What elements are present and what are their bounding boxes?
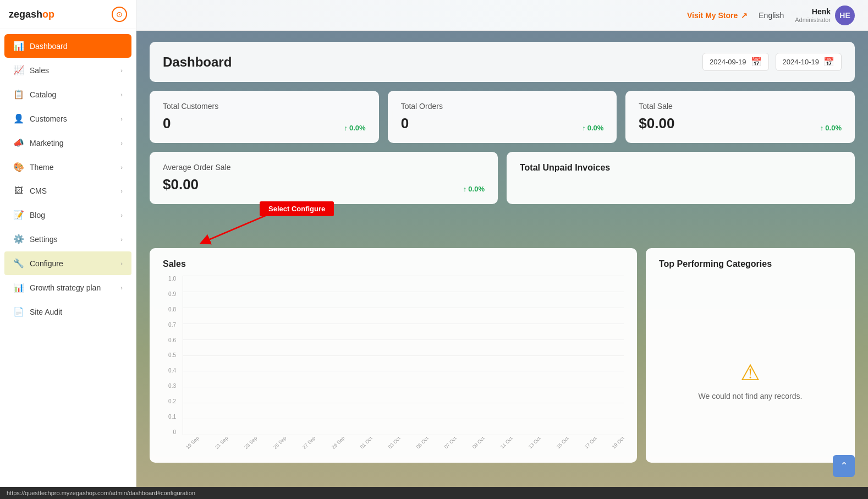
sidebar-item-label: Marketing	[30, 139, 63, 147]
sidebar-item-settings[interactable]: ⚙️ Settings ›	[4, 227, 131, 251]
total-customers-card: Total Customers 0 ↑ 0.0%	[150, 91, 379, 143]
sidebar-item-blog[interactable]: 📝 Blog ›	[4, 203, 131, 227]
logo-icon: ⊙	[112, 7, 127, 22]
total-sale-value: $0.00	[639, 115, 674, 132]
y-label: 0.7	[168, 322, 176, 328]
marketing-icon: 📣	[13, 138, 24, 148]
sidebar-item-marketing[interactable]: 📣 Marketing ›	[4, 131, 131, 155]
total-customers-value: 0	[163, 115, 171, 132]
y-label: 1.0	[168, 276, 176, 282]
x-label: 21 Sep	[214, 435, 229, 450]
sidebar-item-label: Theme	[30, 163, 54, 172]
up-arrow-icon: ↑	[582, 124, 586, 132]
x-label: 27 Sep	[301, 435, 316, 450]
middle-row: Average Order Sale $0.00 ↑ 0.0% Select C…	[150, 152, 855, 204]
status-url: https://questtechpro.myzegashop.com/admi…	[7, 490, 195, 496]
main-area: Visit My Store ↗ English Henk Administra…	[136, 0, 868, 499]
x-label: 09 Oct	[471, 436, 486, 450]
y-label: 0.4	[168, 368, 176, 374]
sidebar-item-label: Settings	[30, 235, 58, 244]
y-label: 0.3	[168, 383, 176, 389]
date-end-input[interactable]: 2024-10-19 📅	[776, 53, 842, 71]
no-records-section: ⚠ We could not find any records.	[699, 309, 803, 452]
chevron-icon: ›	[120, 284, 123, 291]
y-label: 0.6	[168, 337, 176, 343]
x-label: 03 Oct	[387, 436, 402, 450]
sidebar-logo: zegashop ⊙	[0, 0, 136, 29]
up-arrow-icon: ↑	[344, 124, 348, 132]
total-unpaid-label: Total Unpaid Invoices	[520, 163, 842, 173]
configure-icon: 🔧	[13, 258, 24, 268]
configure-tooltip: Select Configure	[260, 201, 334, 216]
sidebar-item-configure[interactable]: 🔧 Configure ›	[4, 251, 131, 275]
total-sale-label: Total Sale	[639, 102, 842, 111]
sidebar-item-growth[interactable]: 📊 Growth strategy plan ›	[4, 276, 131, 299]
stats-row: Total Customers 0 ↑ 0.0% Total Orders 0 …	[150, 91, 855, 143]
total-orders-card: Total Orders 0 ↑ 0.0%	[388, 91, 617, 143]
x-label: 07 Oct	[443, 436, 458, 450]
chart-y-axis: 1.0 0.9 0.8 0.7 0.6 0.5 0.4 0.3 0.2 0.1 …	[163, 276, 179, 435]
date-start-value: 2024-09-19	[710, 58, 746, 66]
chevron-icon: ›	[120, 188, 123, 194]
catalog-icon: 📋	[13, 89, 24, 100]
status-bar: https://questtechpro.myzegashop.com/admi…	[0, 487, 868, 499]
x-label: 17 Oct	[583, 436, 597, 450]
chevron-icon: ›	[120, 91, 123, 98]
sidebar-item-customers[interactable]: 👤 Customers ›	[4, 107, 131, 130]
date-end-value: 2024-10-19	[783, 58, 820, 66]
chevron-icon: ›	[120, 260, 123, 267]
total-unpaid-card: Total Unpaid Invoices	[507, 152, 855, 204]
y-label: 0.5	[168, 352, 176, 358]
y-label: 0.2	[168, 398, 176, 404]
sales-icon: 📈	[13, 65, 24, 75]
sidebar-item-label: Site Audit	[30, 308, 62, 316]
sidebar-item-label: Catalog	[30, 90, 56, 99]
top-categories-card: Top Performing Categories ⚠ We could not…	[646, 248, 855, 463]
date-start-input[interactable]: 2024-09-19 📅	[702, 53, 769, 71]
sidebar-nav: 📊 Dashboard 📈 Sales › 📋 Catalog › 👤 Cust…	[0, 29, 136, 499]
topbar: Visit My Store ↗ English Henk Administra…	[136, 0, 868, 31]
sidebar-item-dashboard[interactable]: 📊 Dashboard	[4, 34, 131, 58]
sidebar-item-theme[interactable]: 🎨 Theme ›	[4, 155, 131, 179]
cms-icon: 🖼	[13, 186, 24, 196]
dashboard-icon: 📊	[13, 41, 24, 51]
scroll-top-button[interactable]: ⌃	[833, 455, 855, 477]
x-label: 13 Oct	[528, 436, 542, 450]
bottom-row: Sales 1.0 0.9 0.8 0.7 0.6 0.5 0.4 0.3 0.…	[150, 248, 855, 463]
chevron-icon: ›	[120, 116, 123, 122]
calendar-icon: 📅	[751, 57, 762, 67]
theme-icon: 🎨	[13, 162, 24, 172]
y-label: 0.8	[168, 306, 176, 312]
sidebar-item-label: Growth strategy plan	[30, 283, 101, 292]
warning-icon: ⚠	[740, 360, 760, 385]
total-orders-value: 0	[401, 115, 409, 132]
sales-chart: 1.0 0.9 0.8 0.7 0.6 0.5 0.4 0.3 0.2 0.1 …	[163, 276, 624, 452]
sidebar-item-sales[interactable]: 📈 Sales ›	[4, 58, 131, 82]
sidebar-item-site-audit[interactable]: 📄 Site Audit	[4, 300, 131, 323]
chevron-up-icon: ⌃	[840, 460, 848, 472]
sidebar-item-label: Customers	[30, 114, 67, 123]
x-label: 15 Oct	[556, 436, 570, 450]
date-range: 2024-09-19 📅 2024-10-19 📅	[702, 53, 842, 71]
sidebar-item-label: CMS	[30, 187, 47, 195]
sidebar-item-label: Configure	[30, 259, 63, 268]
total-customers-label: Total Customers	[163, 102, 366, 111]
chevron-icon: ›	[120, 67, 123, 74]
audit-icon: 📄	[13, 306, 24, 317]
x-label: 29 Sep	[331, 435, 345, 450]
page-title: Dashboard	[163, 54, 232, 70]
sidebar-item-cms[interactable]: 🖼 CMS ›	[4, 179, 131, 202]
chart-x-axis: 19 Sep 21 Sep 23 Sep 25 Sep 27 Sep 29 Se…	[183, 435, 624, 452]
sidebar: zegashop ⊙ 📊 Dashboard 📈 Sales › 📋 Catal…	[0, 0, 136, 499]
chevron-icon: ›	[120, 236, 123, 243]
x-label: 23 Sep	[243, 435, 258, 450]
total-orders-change: ↑ 0.0%	[582, 124, 603, 132]
no-records-text: We could not find any records.	[699, 392, 803, 401]
sidebar-item-label: Sales	[30, 66, 49, 75]
total-sale-card: Total Sale $0.00 ↑ 0.0%	[625, 91, 855, 143]
content-area: Dashboard 2024-09-19 📅 2024-10-19 📅 Tota…	[136, 31, 868, 499]
sidebar-item-label: Blog	[30, 211, 45, 220]
sales-chart-card: Sales 1.0 0.9 0.8 0.7 0.6 0.5 0.4 0.3 0.…	[150, 248, 637, 463]
total-sale-change: ↑ 0.0%	[820, 124, 842, 132]
sidebar-item-catalog[interactable]: 📋 Catalog ›	[4, 83, 131, 106]
